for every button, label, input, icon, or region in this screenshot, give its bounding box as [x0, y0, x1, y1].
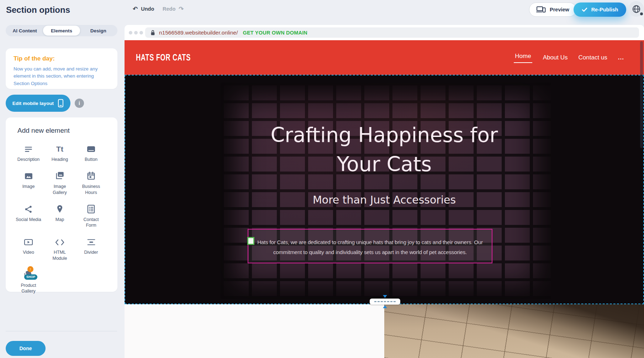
- add-element-contact-form[interactable]: Contact Form: [75, 203, 107, 228]
- tab-elements[interactable]: Elements: [43, 26, 80, 36]
- drag-pill: [370, 299, 400, 305]
- tip-title: Tip of the day:: [14, 55, 110, 62]
- shop-badge: SHOP: [24, 274, 37, 280]
- add-element-label: Map: [56, 217, 64, 222]
- nav-more-button[interactable]: ...: [618, 54, 624, 61]
- site-header: HATS FOR CATS Home About Us Contact us .…: [125, 40, 644, 75]
- done-button[interactable]: Done: [6, 341, 46, 356]
- add-element-title: Add new element: [17, 127, 117, 135]
- lock-icon: [150, 30, 155, 36]
- add-element-html-module[interactable]: HTML Module: [44, 236, 75, 261]
- republish-button[interactable]: Re-Publish: [574, 2, 626, 17]
- republish-label: Re-Publish: [591, 7, 618, 12]
- add-element-product-gallery[interactable]: ↑ SHOP Product Gallery: [13, 269, 44, 294]
- video-icon: [23, 236, 33, 247]
- divider-icon: [86, 236, 96, 247]
- add-element-description[interactable]: Description: [13, 143, 44, 162]
- site-url[interactable]: n1566589.websitebuilder.online/: [159, 30, 238, 36]
- add-element-image-gallery[interactable]: Image Gallery: [44, 170, 75, 195]
- element-resize-handle[interactable]: [247, 237, 254, 245]
- hero-background-tiles: [221, 83, 551, 299]
- image-gallery-icon: [55, 170, 65, 181]
- tab-ai-content[interactable]: AI Content: [6, 26, 43, 36]
- drag-pill-dashes: [374, 301, 396, 302]
- phone-icon: [58, 99, 64, 107]
- add-element-social-media[interactable]: Social Media: [13, 203, 44, 228]
- hero-subtitle[interactable]: More than Just Accessories: [125, 194, 643, 206]
- edit-mobile-layout-label: Edit mobile layout: [12, 101, 54, 106]
- heading-icon: Tt: [56, 143, 63, 154]
- add-element-image[interactable]: Image: [13, 170, 44, 195]
- add-element-label: Image Gallery: [49, 184, 70, 195]
- language-globe-button[interactable]: [628, 1, 644, 17]
- browser-chrome: n1566589.websitebuilder.online/ GET YOUR…: [125, 25, 644, 40]
- hero-section-selected[interactable]: Crafting Happiness for Your Cats More th…: [125, 75, 644, 304]
- social-media-icon: [24, 203, 33, 214]
- globe-icon: [632, 4, 641, 14]
- globe-badge-dot: [640, 12, 643, 15]
- site-preview-stage: n1566589.websitebuilder.online/ GET YOUR…: [125, 25, 644, 358]
- add-element-label: Product Gallery: [18, 283, 39, 294]
- panel-divider: [6, 331, 117, 331]
- next-section-blank[interactable]: [125, 304, 384, 358]
- page-title: Section options: [6, 5, 70, 15]
- add-element-label: Button: [85, 157, 97, 162]
- tab-label: Elements: [51, 28, 72, 33]
- get-your-own-domain-link[interactable]: GET YOUR OWN DOMAIN: [243, 30, 307, 36]
- info-icon[interactable]: i: [75, 99, 84, 108]
- add-element-business-hours[interactable]: Business Hours: [75, 170, 107, 195]
- add-element-button[interactable]: Button: [75, 143, 107, 162]
- add-element-grid: Description Tt Heading Button Image: [13, 143, 107, 294]
- section-height-drag-handle[interactable]: [370, 295, 400, 308]
- tab-label: AI Content: [13, 28, 37, 33]
- add-element-heading[interactable]: Tt Heading: [44, 143, 75, 162]
- nav-contact-us[interactable]: Contact us: [579, 54, 607, 61]
- next-section-photo[interactable]: [384, 304, 644, 358]
- selected-text-element[interactable]: Hats for Cats, we are dedicated to craft…: [248, 229, 492, 263]
- hero-description[interactable]: Hats for Cats, we are dedicated to craft…: [249, 237, 491, 257]
- url-bar[interactable]: n1566589.websitebuilder.online/ GET YOUR…: [145, 27, 639, 38]
- site-nav: Home About Us Contact us ...: [514, 40, 624, 75]
- undo-button[interactable]: ↶ Undo: [133, 6, 154, 12]
- arrow-up-icon: [383, 305, 387, 308]
- hero-title[interactable]: Crafting Happiness for Your Cats: [256, 120, 512, 179]
- preview-scrollbar-thumb[interactable]: [640, 41, 643, 148]
- product-gallery-icon: ↑ SHOP: [21, 269, 36, 280]
- add-element-card: Add new element Description Tt Heading B…: [6, 117, 117, 292]
- upgrade-badge: ↑: [27, 266, 33, 272]
- nav-about-us[interactable]: About Us: [543, 54, 568, 61]
- contact-form-icon: [86, 203, 96, 214]
- tab-label: Design: [90, 28, 106, 33]
- add-element-label: Business Hours: [81, 184, 101, 195]
- edit-mobile-layout-button[interactable]: Edit mobile layout: [6, 95, 70, 112]
- panel-tabs: AI Content Elements Design: [6, 25, 117, 36]
- description-icon: [24, 143, 33, 154]
- browser-dot: [134, 31, 138, 35]
- arrow-down-icon: [383, 295, 387, 298]
- undo-label: Undo: [141, 6, 154, 12]
- redo-label: Redo: [163, 6, 175, 12]
- redo-button[interactable]: Redo ↷: [163, 6, 184, 12]
- preview-button[interactable]: Preview: [529, 2, 576, 17]
- add-element-label: Contact Form: [81, 217, 101, 228]
- map-pin-icon: [56, 203, 64, 214]
- add-element-label: Social Media: [16, 217, 41, 222]
- browser-dot: [139, 31, 143, 35]
- site-logo[interactable]: HATS FOR CATS: [136, 52, 191, 63]
- add-element-label: HTML Module: [49, 249, 70, 261]
- screen: Section options AI Content Elements Desi…: [0, 0, 644, 358]
- devices-icon: [536, 6, 546, 13]
- preview-label: Preview: [550, 7, 569, 12]
- add-element-map[interactable]: Map: [44, 203, 75, 228]
- add-element-label: Video: [23, 249, 34, 255]
- nav-home[interactable]: Home: [514, 52, 532, 63]
- browser-dot: [129, 31, 132, 35]
- undo-icon: ↶: [133, 6, 138, 12]
- add-element-video[interactable]: Video: [13, 236, 44, 261]
- add-element-label: Description: [17, 157, 40, 162]
- business-hours-icon: [86, 170, 96, 181]
- add-element-label: Image: [22, 184, 35, 189]
- tab-design[interactable]: Design: [80, 26, 117, 36]
- add-element-divider[interactable]: Divider: [75, 236, 107, 261]
- check-icon: [582, 7, 587, 12]
